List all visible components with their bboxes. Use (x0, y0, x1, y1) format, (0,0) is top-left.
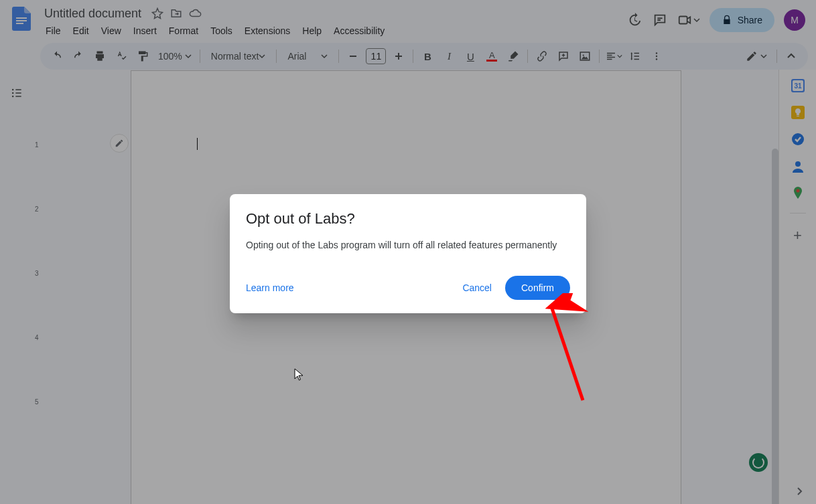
confirm-button[interactable]: Confirm (505, 276, 570, 300)
dialog-title: Opt out of Labs? (246, 210, 570, 228)
dialog-body-text: Opting out of the Labs program will turn… (246, 238, 570, 252)
cancel-button[interactable]: Cancel (454, 277, 500, 299)
opt-out-dialog: Opt out of Labs? Opting out of the Labs … (230, 194, 586, 313)
learn-more-link[interactable]: Learn more (246, 282, 294, 293)
